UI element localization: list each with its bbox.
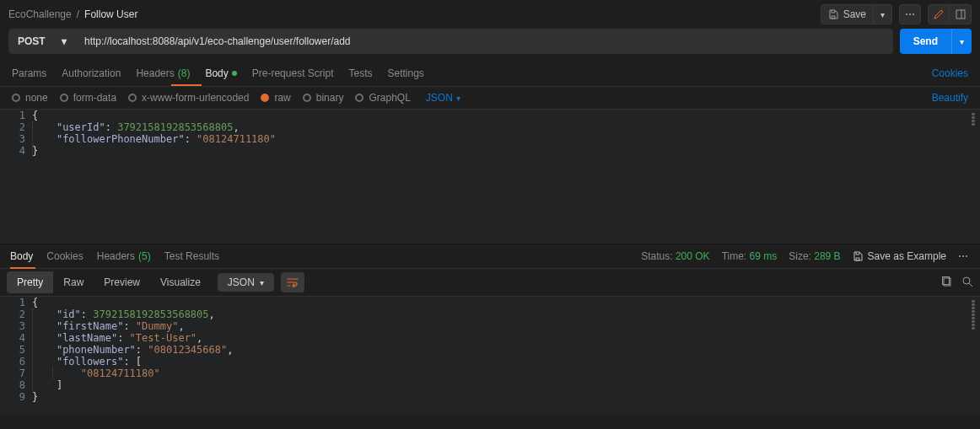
chevron-down-icon: ▾ [456,94,460,103]
resp-size: Size: 289 B [789,250,840,262]
body-type-label: raw [274,92,290,104]
request-body-editor[interactable]: 1{ 2 "userId": 3792158192853568805, 3 "f… [0,109,980,244]
svg-point-4 [963,277,970,284]
breadcrumb-request[interactable]: Follow User [84,8,137,20]
view-raw[interactable]: Raw [53,271,94,293]
response-view-row: Pretty Raw Preview Visualize JSON ▾ [0,269,980,296]
resp-tab-tests[interactable]: Test Results [164,250,219,262]
send-options-button[interactable]: ▾ [951,29,972,54]
json-key: "followers" [57,356,123,367]
json-key: "followerPhoneNumber" [57,133,185,145]
body-type-label: x-www-form-urlencoded [142,92,249,104]
breadcrumb-sep: / [77,8,79,20]
http-method-select[interactable]: POST ▾ [8,29,76,54]
body-type-label: binary [316,92,344,104]
search-response-button[interactable] [961,276,973,290]
view-visualize[interactable]: Visualize [150,271,211,293]
tab-tests[interactable]: Tests [348,67,372,79]
view-mode-segment: Pretty Raw Preview Visualize [7,271,211,293]
resp-status-label: Status: [641,250,672,262]
tab-headers-count: (8) [178,67,191,79]
active-tab-underline [171,84,202,86]
topbar: EcoChallenge / Follow User Save ▾ ⋯ [0,0,980,29]
request-tabs: Params Authorization Headers (8) Body Pr… [0,61,980,86]
beautify-link[interactable]: Beautify [932,92,968,104]
url-input[interactable] [76,29,893,54]
search-icon [961,276,973,287]
response-tabs: Body Cookies Headers (5) Test Results [10,250,219,262]
edit-view-button[interactable] [928,4,950,24]
raw-format-select[interactable]: JSON ▾ [426,92,460,104]
json-value: "Test-User" [130,332,197,344]
tab-headers[interactable]: Headers (8) [136,67,190,79]
body-type-xwww[interactable]: x-www-form-urlencoded [128,92,249,104]
tab-headers-label: Headers [136,67,174,79]
response-body-viewer[interactable]: 1{ 2 "id": 3792158192853568805, 3 "first… [0,296,980,414]
json-value: 3792158192853568805 [93,308,208,320]
top-actions: Save ▾ ⋯ [821,4,972,24]
request-url-row: POST ▾ Send ▾ [0,29,980,61]
save-label: Save [843,8,866,20]
tab-authorization[interactable]: Authorization [62,67,121,79]
tab-prerequest[interactable]: Pre-request Script [252,67,334,79]
view-preview[interactable]: Preview [94,271,150,293]
chevron-down-icon: ▾ [62,35,67,47]
resp-tab-headers-label: Headers [97,250,135,262]
view-pretty[interactable]: Pretty [7,271,53,293]
svg-line-5 [969,283,972,287]
raw-format-value: JSON [426,92,453,104]
docs-view-button[interactable] [950,4,972,24]
active-tab-underline [10,267,35,269]
copy-response-button[interactable] [941,276,953,290]
copy-icon [941,276,953,287]
body-changed-dot-icon [232,71,237,76]
json-key: "firstName" [57,320,123,332]
body-type-binary[interactable]: binary [303,92,344,104]
body-type-graphql[interactable]: GraphQL [355,92,410,104]
response-format-select[interactable]: JSON ▾ [218,273,274,292]
resp-tab-body[interactable]: Body [10,250,33,262]
tab-body[interactable]: Body [205,67,236,79]
json-value: 3792158192853568805 [117,121,233,133]
json-value: "Dummy" [136,320,179,332]
response-tools [941,276,973,290]
response-more-button[interactable]: ⋯ [958,250,970,262]
pencil-icon [933,8,945,20]
json-key: "phoneNumber" [57,344,136,356]
send-button[interactable]: Send [900,29,951,54]
chevron-down-icon: ▾ [960,37,964,46]
more-actions-button[interactable]: ⋯ [899,4,921,24]
panel-icon [955,8,967,20]
body-type-none[interactable]: none [12,92,48,104]
resp-status-value: 200 OK [676,250,710,262]
save-as-example-label: Save as Example [868,250,946,262]
resp-tab-cookies[interactable]: Cookies [46,250,83,262]
radio-icon [303,94,311,102]
dots-icon: ⋯ [905,8,915,20]
resp-size-value: 289 B [814,250,840,262]
chevron-down-icon: ▾ [260,278,264,287]
body-type-label: form-data [73,92,116,104]
tab-params[interactable]: Params [12,67,46,79]
radio-icon [12,94,20,102]
breadcrumb-collection[interactable]: EcoChallenge [8,8,72,20]
radio-icon [60,94,68,102]
cookies-link[interactable]: Cookies [932,67,968,79]
body-type-formdata[interactable]: form-data [60,92,116,104]
chevron-down-icon: ▾ [880,10,885,19]
resp-tab-headers[interactable]: Headers (5) [97,250,151,262]
body-type-label: none [25,92,48,104]
json-value: "08124711180" [81,367,160,379]
save-options-button[interactable]: ▾ [874,4,892,24]
save-button[interactable]: Save [821,4,874,24]
resp-status: Status: 200 OK [641,250,709,262]
tab-body-label: Body [205,67,228,79]
http-method-value: POST [18,35,46,47]
wrap-lines-button[interactable] [281,272,304,292]
tab-settings[interactable]: Settings [388,67,424,79]
json-key: "lastName" [57,332,117,344]
breadcrumb: EcoChallenge / Follow User [8,8,137,20]
svg-rect-0 [956,10,965,19]
save-as-example-button[interactable]: Save as Example [853,250,946,262]
body-type-raw[interactable]: raw [261,92,290,104]
